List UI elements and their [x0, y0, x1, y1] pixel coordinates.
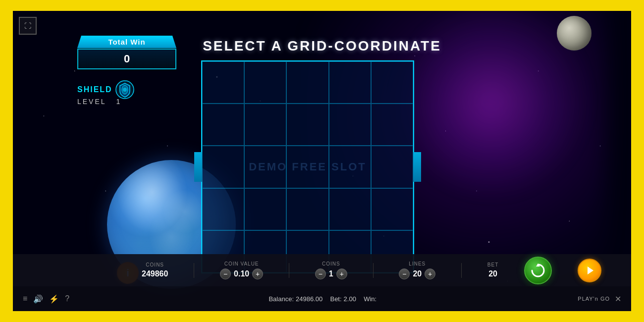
level-row: LEVEL 1 — [77, 98, 121, 106]
grid-tab-right — [413, 152, 421, 182]
controls-bar: COINS 249860 COIN VALUE − 0.10 + COINS − — [13, 254, 631, 286]
coins2-display: 1 — [329, 269, 333, 278]
autoplay-button[interactable] — [578, 259, 601, 282]
expand-icon: ⛶ — [24, 22, 31, 30]
grid-border: DEMO FREE SLOT — [201, 60, 414, 273]
lightning-icon[interactable]: ⚡ — [49, 294, 59, 304]
level-label: LEVEL — [77, 98, 107, 106]
grid-cell[interactable] — [329, 104, 371, 146]
game-container: ⛶ Total Win 0 SHIELD LEVEL 1 SE — [10, 8, 634, 314]
svg-point-2 — [123, 88, 127, 92]
grid-cell[interactable] — [371, 146, 413, 188]
grid-cell[interactable] — [329, 146, 371, 188]
grid-cell[interactable] — [202, 146, 244, 188]
divider — [289, 263, 289, 278]
shield-icon — [115, 80, 134, 99]
coins2-label: COINS — [322, 261, 340, 267]
menu-icon[interactable]: ≡ — [23, 294, 27, 303]
grid-cell[interactable] — [371, 104, 413, 146]
grid-cell[interactable] — [286, 104, 328, 146]
grid-cell[interactable] — [286, 188, 328, 230]
balance-value: 24986.00 — [296, 295, 322, 303]
spin-button[interactable] — [524, 257, 552, 284]
level-value: 1 — [116, 98, 122, 106]
grid-cells — [202, 61, 413, 272]
coin-value-display: 0.10 — [234, 269, 249, 278]
lines-group: LINES − 20 + — [399, 261, 435, 279]
spin-icon — [530, 263, 546, 278]
grid-cell[interactable] — [244, 146, 286, 188]
lines-display: 20 — [413, 269, 422, 278]
close-button[interactable]: ✕ — [615, 294, 621, 304]
bottom-left-icons: ≡ 🔊 ⚡ ? — [23, 294, 69, 304]
grid-tab-left — [194, 152, 202, 182]
grid-cell[interactable] — [244, 188, 286, 230]
coins2-plus[interactable]: + — [336, 268, 347, 279]
grid-cell[interactable] — [329, 188, 371, 230]
expand-button[interactable]: ⛶ — [19, 17, 37, 35]
coins2-minus[interactable]: − — [315, 268, 326, 279]
grid-cell[interactable] — [244, 104, 286, 146]
grid-cell[interactable] — [202, 61, 244, 104]
grid-container: DEMO FREE SLOT — [201, 60, 414, 273]
grid-cell[interactable] — [244, 61, 286, 104]
coins2-controls: − 1 + — [315, 268, 347, 279]
grid-cell[interactable] — [286, 146, 328, 188]
bet-group: BET 20 — [487, 262, 498, 278]
divider — [194, 263, 194, 278]
bottom-right: PLAY'n GO ✕ — [578, 294, 621, 304]
grid-cell[interactable] — [202, 188, 244, 230]
divider — [373, 263, 374, 278]
autoplay-icon — [584, 265, 595, 276]
bet-label: BET — [487, 262, 498, 268]
shield-section: SHIELD — [77, 80, 134, 99]
divider — [461, 263, 462, 278]
grid-cell[interactable] — [329, 61, 371, 104]
bet-display: 20 — [488, 269, 497, 278]
help-icon[interactable]: ? — [65, 294, 69, 303]
brand-logo: PLAY'n GO — [578, 296, 610, 302]
grid-cell[interactable] — [286, 61, 328, 104]
bet-info-label: Bet: — [330, 295, 341, 303]
game-area: ⛶ Total Win 0 SHIELD LEVEL 1 SE — [13, 11, 631, 311]
lines-minus[interactable]: − — [399, 268, 410, 279]
grid-cell[interactable] — [371, 188, 413, 230]
lines-label: LINES — [409, 261, 426, 267]
svg-marker-4 — [588, 267, 593, 274]
grid-cell[interactable] — [371, 61, 413, 104]
sound-icon[interactable]: 🔊 — [33, 294, 43, 304]
coin-value-label: COIN VALUE — [224, 261, 259, 267]
coins-value: 249860 — [142, 269, 168, 278]
coin-value-plus[interactable]: + — [252, 268, 263, 279]
lines-plus[interactable]: + — [425, 268, 435, 279]
grid-title: SELECT A GRID-COORDINATE — [13, 38, 631, 54]
coins2-group: COINS − 1 + — [315, 261, 347, 279]
win-info-label: Win: — [364, 295, 376, 303]
bottom-info: Balance: 24986.00 Bet: 2.00 Win: — [268, 295, 378, 303]
coins-group: COINS 249860 — [142, 262, 168, 278]
coin-value-minus[interactable]: − — [220, 268, 231, 279]
balance-label: Balance: — [268, 295, 294, 303]
coins-label: COINS — [146, 262, 164, 268]
bottom-bar: ≡ 🔊 ⚡ ? Balance: 24986.00 Bet: 2.00 Win:… — [13, 286, 631, 311]
coin-value-group: COIN VALUE − 0.10 + — [220, 261, 263, 279]
shield-label: SHIELD — [77, 85, 112, 94]
bet-info-value: 2.00 — [344, 295, 356, 303]
lines-controls: − 20 + — [399, 268, 435, 279]
coin-value-controls: − 0.10 + — [220, 268, 263, 279]
grid-cell[interactable] — [202, 104, 244, 146]
